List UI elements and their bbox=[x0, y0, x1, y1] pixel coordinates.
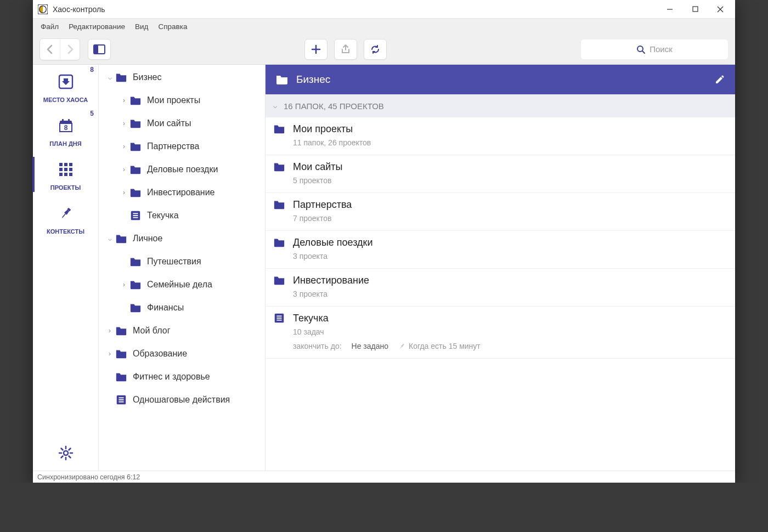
svg-rect-7 bbox=[94, 45, 98, 54]
folder-icon bbox=[275, 73, 289, 86]
list-item[interactable]: Инвестирование3 проекта bbox=[266, 269, 735, 307]
settings-button[interactable] bbox=[58, 445, 74, 461]
tree-blog[interactable]: ›Мой блог bbox=[99, 319, 265, 342]
item-title: Мои проекты bbox=[293, 123, 353, 135]
back-button[interactable] bbox=[40, 39, 60, 60]
svg-rect-26 bbox=[64, 173, 67, 176]
svg-rect-27 bbox=[69, 173, 72, 176]
left-nav: 8 МЕСТО ХАОСА 5 8 ПЛАН ДНЯ ПРОЕКТЫ КОНТЕ… bbox=[33, 65, 99, 471]
nav-plan-label: ПЛАН ДНЯ bbox=[49, 140, 81, 147]
list-item[interactable]: Мои сайты5 проектов bbox=[266, 155, 735, 193]
item-title: Текучка bbox=[293, 313, 329, 324]
folder-icon bbox=[129, 256, 142, 268]
folder-icon bbox=[129, 117, 142, 129]
list-item[interactable]: Деловые поездки3 проекта bbox=[266, 231, 735, 269]
list-item[interactable]: Текучка10 задачзакончить до:Не заданоКог… bbox=[266, 307, 735, 359]
svg-rect-29 bbox=[61, 213, 65, 218]
main-title: Бизнес bbox=[296, 73, 330, 86]
menu-file[interactable]: Файл bbox=[36, 20, 63, 33]
svg-rect-25 bbox=[59, 173, 63, 176]
main-header: Бизнес bbox=[266, 65, 735, 94]
item-title: Партнерства bbox=[293, 199, 352, 211]
svg-rect-19 bbox=[59, 163, 63, 166]
nav-projects[interactable]: ПРОЕКТЫ bbox=[33, 152, 98, 196]
list-item[interactable]: Партнерства7 проектов bbox=[266, 193, 735, 231]
chevron-down-icon: ⌵ bbox=[104, 73, 115, 81]
svg-line-35 bbox=[61, 449, 63, 450]
nav-chaos-badge: 8 bbox=[90, 66, 94, 73]
tree-one-step[interactable]: ›Одношаговые действия bbox=[99, 388, 265, 411]
tree-business[interactable]: ⌵Бизнес bbox=[99, 66, 265, 89]
folder-tree: ⌵Бизнес ›Мои проекты ›Мои сайты ›Партнер… bbox=[99, 65, 266, 471]
chevron-right-icon: › bbox=[118, 97, 129, 104]
app-window: Хаос-контроль Файл Редактирование Вид Сп… bbox=[33, 0, 735, 483]
toolbar: Поиск bbox=[33, 34, 735, 65]
svg-point-30 bbox=[64, 451, 68, 455]
tree-finance[interactable]: ›Финансы bbox=[99, 296, 265, 319]
tree-investing[interactable]: ›Инвестирование bbox=[99, 181, 265, 204]
chevron-right-icon: › bbox=[104, 327, 115, 335]
toggle-panel-button[interactable] bbox=[88, 39, 111, 60]
add-button[interactable] bbox=[304, 39, 327, 60]
nav-contexts[interactable]: КОНТЕКСТЫ bbox=[33, 196, 98, 240]
item-sub: 10 задач bbox=[293, 327, 727, 336]
tree-family[interactable]: ›Семейные дела bbox=[99, 273, 265, 296]
folder-icon bbox=[115, 325, 127, 337]
nav-projects-label: ПРОЕКТЫ bbox=[50, 184, 81, 191]
nav-back-forward bbox=[39, 38, 80, 60]
tree-my-projects[interactable]: ›Мои проекты bbox=[99, 89, 265, 112]
svg-rect-21 bbox=[69, 163, 72, 166]
list-icon bbox=[129, 210, 142, 222]
chevron-right-icon: › bbox=[118, 281, 129, 288]
forward-button[interactable] bbox=[60, 39, 80, 60]
menu-view[interactable]: Вид bbox=[131, 20, 153, 33]
svg-rect-23 bbox=[64, 168, 67, 171]
minimize-button[interactable] bbox=[657, 1, 682, 18]
nav-plan[interactable]: 5 8 ПЛАН ДНЯ bbox=[33, 109, 98, 152]
svg-rect-20 bbox=[64, 163, 67, 166]
item-sub: 11 папок, 26 проектов bbox=[293, 138, 727, 147]
item-sub: 5 проектов bbox=[293, 176, 727, 185]
tree-travel[interactable]: ›Путешествия bbox=[99, 250, 265, 273]
menu-edit[interactable]: Редактирование bbox=[64, 20, 129, 33]
folder-icon bbox=[129, 140, 142, 152]
item-meta: закончить до:Не заданоКогда есть 15 мину… bbox=[293, 342, 727, 350]
edit-button[interactable] bbox=[714, 74, 725, 85]
folder-icon bbox=[129, 94, 142, 106]
maximize-button[interactable] bbox=[682, 1, 708, 18]
item-title: Мои сайты bbox=[293, 161, 343, 173]
tree-my-sites[interactable]: ›Мои сайты bbox=[99, 112, 265, 135]
statusbar: Синхронизировано сегодня 6:12 bbox=[33, 471, 735, 483]
svg-rect-24 bbox=[69, 168, 72, 171]
search-input[interactable]: Поиск bbox=[580, 39, 729, 60]
folder-icon bbox=[115, 71, 127, 83]
svg-rect-22 bbox=[59, 168, 63, 171]
tree-partnerships[interactable]: ›Партнерства bbox=[99, 135, 265, 158]
search-placeholder: Поиск bbox=[650, 44, 673, 54]
item-sub: 3 проекта bbox=[293, 252, 727, 261]
sync-button[interactable] bbox=[364, 39, 387, 60]
close-button[interactable] bbox=[708, 1, 733, 18]
tree-business-trips[interactable]: ›Деловые поездки bbox=[99, 158, 265, 181]
list-icon bbox=[115, 394, 127, 406]
nav-chaos[interactable]: 8 МЕСТО ХАОСА bbox=[33, 65, 98, 109]
list-item[interactable]: Мои проекты11 папок, 26 проектов bbox=[266, 117, 735, 155]
share-button[interactable] bbox=[334, 39, 357, 60]
tree-personal[interactable]: ⌵Личное bbox=[99, 227, 265, 250]
app-title: Хаос-контроль bbox=[53, 5, 105, 14]
folder-icon bbox=[115, 348, 127, 360]
svg-line-38 bbox=[61, 456, 63, 458]
tree-education[interactable]: ›Образование bbox=[99, 342, 265, 365]
chevron-down-icon: ⌵ bbox=[104, 235, 115, 242]
main-summary[interactable]: ⌵ 16 ПАПОК, 45 ПРОЕКТОВ bbox=[266, 94, 735, 117]
inbox-icon bbox=[57, 72, 75, 91]
calendar-icon: 8 bbox=[57, 116, 75, 135]
item-sub: 3 проекта bbox=[293, 290, 727, 298]
menu-help[interactable]: Справка bbox=[154, 20, 191, 33]
summary-text: 16 ПАПОК, 45 ПРОЕКТОВ bbox=[284, 101, 384, 111]
tree-fitness[interactable]: ›Фитнес и здоровье bbox=[99, 365, 265, 388]
grid-icon bbox=[57, 160, 75, 179]
chevron-right-icon: › bbox=[118, 189, 129, 196]
tree-routine[interactable]: ›Текучка bbox=[99, 204, 265, 227]
nav-contexts-label: КОНТЕКСТЫ bbox=[47, 228, 84, 235]
